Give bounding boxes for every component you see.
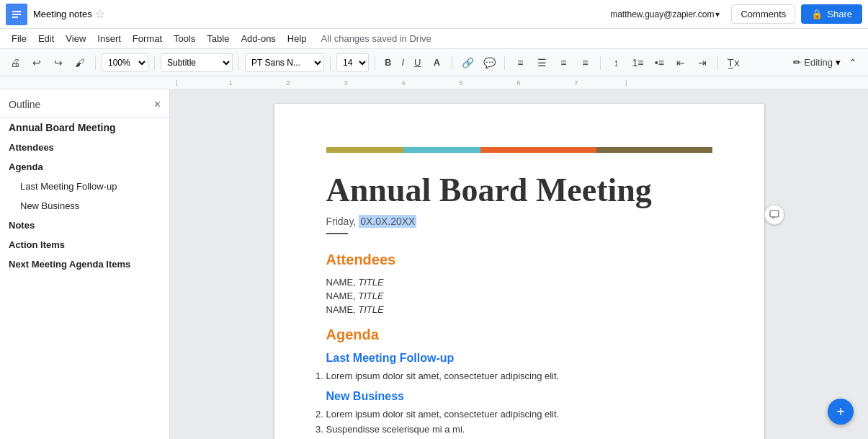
- document-title[interactable]: Meeting notes: [33, 9, 92, 19]
- toolbar: 🖨 ↩ ↪ 🖌 100% Subtitle PT Sans N... 14 B …: [0, 49, 868, 76]
- user-info: matthew.guay@zapier.com ▾: [610, 9, 720, 19]
- clear-formatting-button[interactable]: T̲x: [724, 53, 743, 72]
- share-lock-icon: 🔒: [811, 9, 823, 19]
- editing-area: ✏ Editing ▾ ⌃: [793, 53, 862, 72]
- add-button[interactable]: +: [828, 399, 854, 425]
- italic-button[interactable]: I: [398, 53, 408, 72]
- close-outline-button[interactable]: ×: [154, 98, 161, 111]
- outline-item-next-meeting[interactable]: Next Meeting Agenda Items: [0, 254, 169, 274]
- bullet-list-button[interactable]: •≡: [650, 53, 668, 72]
- underline-button[interactable]: U: [411, 53, 424, 72]
- redo-button[interactable]: ↪: [49, 53, 68, 72]
- toolbar-divider-2: [154, 56, 155, 70]
- sidebar: Outline × Annual Board Meeting Attendees…: [0, 89, 170, 439]
- attendee-1-name: NAME,: [326, 277, 356, 288]
- color-segment-4: [596, 147, 712, 153]
- outline-item-notes[interactable]: Notes: [0, 216, 169, 235]
- color-segment-2: [403, 147, 480, 153]
- star-icon[interactable]: ☆: [95, 7, 105, 21]
- toolbar-divider-9: [717, 56, 718, 70]
- document-main-title[interactable]: Annual Board Meeting: [326, 170, 712, 210]
- toolbar-divider-5: [375, 56, 375, 70]
- sidebar-header: Outline ×: [0, 89, 169, 117]
- outline-item-new-business[interactable]: New Business: [0, 196, 169, 216]
- attendee-1: NAME, TITLE: [326, 277, 712, 288]
- menu-bar: File Edit View Insert Format Tools Table…: [0, 29, 868, 49]
- svg-rect-3: [12, 17, 18, 18]
- align-right-button[interactable]: ≡: [554, 53, 573, 72]
- numbered-list-button[interactable]: 1≡: [628, 53, 647, 72]
- menu-format[interactable]: Format: [127, 30, 168, 47]
- date-value: 0X.0X.20XX: [359, 215, 416, 228]
- text-color-button[interactable]: A: [427, 53, 446, 72]
- increase-indent-button[interactable]: ⇥: [693, 53, 712, 72]
- justify-button[interactable]: ≡: [576, 53, 594, 72]
- agenda-item-3: Suspendisse scelerisque mi a mi.: [326, 424, 712, 435]
- outline-item-board-meeting[interactable]: Annual Board Meeting: [0, 117, 169, 138]
- undo-button[interactable]: ↩: [27, 53, 46, 72]
- outline-item-last-meeting[interactable]: Last Meeting Follow-up: [0, 177, 169, 196]
- svg-rect-2: [12, 14, 21, 15]
- editing-dropdown-icon[interactable]: ▾: [836, 57, 841, 68]
- paint-format-button[interactable]: 🖌: [71, 53, 89, 72]
- font-size-select[interactable]: 14: [336, 53, 369, 72]
- align-left-button[interactable]: ≡: [511, 53, 529, 72]
- app-logo[interactable]: [6, 4, 27, 25]
- decrease-indent-button[interactable]: ⇤: [671, 53, 690, 72]
- agenda-heading: Agenda: [326, 327, 712, 343]
- menu-addons[interactable]: Add-ons: [235, 30, 281, 47]
- style-select[interactable]: Subtitle: [161, 53, 233, 72]
- top-bar: Meeting notes ☆ matthew.guay@zapier.com …: [0, 0, 868, 29]
- editing-label: Editing: [804, 57, 833, 68]
- date-label: Friday,: [326, 216, 359, 227]
- auto-save-status: All changes saved in Drive: [321, 33, 431, 44]
- collapse-toolbar-button[interactable]: ⌃: [844, 53, 862, 72]
- zoom-select[interactable]: 100%: [102, 53, 148, 72]
- toolbar-divider-7: [504, 56, 505, 70]
- document-divider: [326, 233, 348, 234]
- share-button[interactable]: 🔒 Share: [801, 4, 862, 24]
- outline-item-action-items[interactable]: Action Items: [0, 235, 169, 254]
- attendee-1-title: TITLE: [358, 277, 383, 288]
- menu-insert[interactable]: Insert: [91, 30, 127, 47]
- attendee-2-name: NAME,: [326, 291, 356, 301]
- attendee-3-title: TITLE: [358, 304, 383, 315]
- comment-button[interactable]: 💬: [480, 53, 498, 72]
- share-label: Share: [827, 9, 852, 19]
- menu-view[interactable]: View: [60, 30, 91, 47]
- outline-item-agenda[interactable]: Agenda: [0, 157, 169, 177]
- toolbar-divider-4: [330, 56, 331, 70]
- user-email: matthew.guay@zapier.com: [610, 9, 714, 19]
- ruler: | 1 2 3 4 5 6 7 |: [0, 76, 868, 89]
- link-button[interactable]: 🔗: [458, 53, 477, 72]
- menu-file[interactable]: File: [6, 30, 32, 47]
- comments-button[interactable]: Comments: [731, 4, 795, 24]
- font-name-select[interactable]: PT Sans N...: [245, 53, 324, 72]
- print-button[interactable]: 🖨: [6, 53, 24, 72]
- align-center-button[interactable]: ☰: [532, 53, 551, 72]
- menu-tools[interactable]: Tools: [168, 30, 201, 47]
- toolbar-divider-3: [238, 56, 239, 70]
- inline-comment-button[interactable]: [764, 205, 784, 225]
- toolbar-divider-6: [452, 56, 452, 70]
- main-area: Outline × Annual Board Meeting Attendees…: [0, 89, 868, 439]
- line-spacing-button[interactable]: ↕: [607, 53, 625, 72]
- attendee-2: NAME, TITLE: [326, 291, 712, 301]
- document-date[interactable]: Friday, 0X.0X.20XX: [326, 216, 712, 227]
- new-business-heading: New Business: [326, 390, 712, 403]
- menu-help[interactable]: Help: [282, 30, 313, 47]
- svg-rect-1: [12, 11, 21, 12]
- menu-edit[interactable]: Edit: [32, 30, 60, 47]
- editing-pencil-icon: ✏: [793, 57, 801, 68]
- user-dropdown-icon[interactable]: ▾: [715, 9, 720, 19]
- document-page: Annual Board Meeting Friday, 0X.0X.20XX …: [274, 104, 764, 439]
- color-segment-1: [326, 147, 403, 153]
- attendee-3: NAME, TITLE: [326, 304, 712, 315]
- toolbar-divider-1: [95, 56, 96, 70]
- outline-item-attendees[interactable]: Attendees: [0, 138, 169, 157]
- color-bar: [326, 147, 712, 153]
- outline-title: Outline: [9, 99, 40, 110]
- menu-table[interactable]: Table: [201, 30, 235, 47]
- document-area[interactable]: Annual Board Meeting Friday, 0X.0X.20XX …: [170, 89, 868, 439]
- bold-button[interactable]: B: [381, 53, 395, 72]
